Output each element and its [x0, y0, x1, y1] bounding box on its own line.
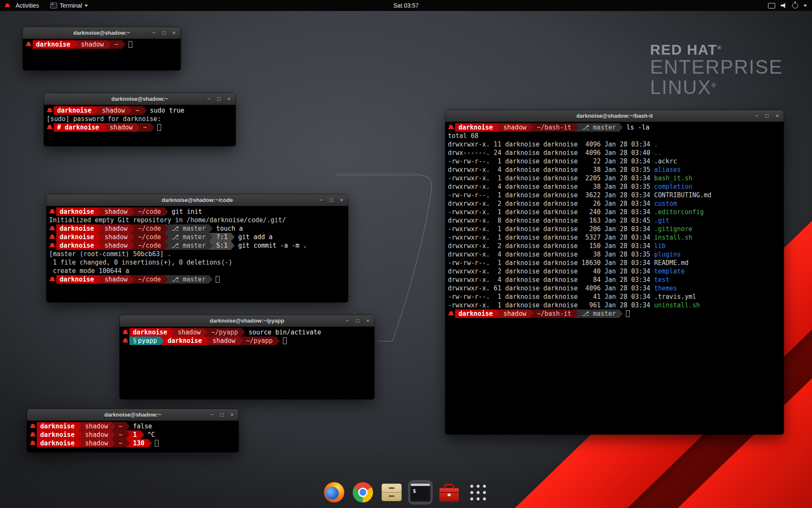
app-menu-terminal[interactable]: Terminal	[50, 2, 88, 9]
maximize-button[interactable]: □	[216, 96, 222, 102]
dock-item-toolbox[interactable]	[437, 480, 461, 505]
close-button[interactable]: ×	[774, 113, 780, 119]
powerline-separator-icon	[151, 123, 154, 132]
terminal-line: # darknoiseshadow~	[47, 123, 233, 132]
prompt-segment-path: ~/code	[134, 275, 164, 284]
powerline-separator-icon	[239, 337, 243, 345]
powerline-separator-icon	[165, 207, 168, 216]
terminal-window-exit-codes[interactable]: darknoise@shadow:~−□×darknoiseshadow~fal…	[27, 409, 239, 452]
minimize-button[interactable]: −	[209, 412, 214, 417]
powerline-separator-icon	[131, 241, 134, 250]
dir-name: ..	[654, 149, 662, 157]
output-text: drwxrwxr-x. 61 darknoise darknoise 4096 …	[448, 284, 654, 292]
terminal-content[interactable]: darknoiseshadow~sudo true[sudo] password…	[44, 105, 236, 146]
terminal-content[interactable]: darknoiseshadow~/pyappsource bin/activat…	[120, 327, 374, 399]
dock-item-firefox[interactable]	[322, 480, 346, 505]
output-text: drwxrwxr-x. 4 darknoise darknoise 38 Jan…	[448, 183, 654, 190]
terminal-line: darknoiseshadow~/pyappsource bin/activat…	[122, 328, 372, 337]
prompt-segment-user: darknoise	[56, 207, 97, 216]
maximize-button[interactable]: □	[219, 412, 225, 417]
dir-name: themes	[654, 284, 677, 292]
powerline-separator-icon	[97, 275, 101, 284]
titlebar[interactable]: darknoise@shadow:~−□×	[27, 409, 239, 421]
maximize-button[interactable]: □	[161, 30, 167, 36]
output-text: drwxrwxr-x. 8 darknoise darknoise 163 Ja…	[448, 217, 654, 224]
powerline-separator-icon	[209, 233, 213, 241]
terminal-line: drwxrwxr-x. 2 darknoise darknoise 40 Jan…	[448, 267, 781, 276]
powerline-separator-icon	[496, 309, 500, 318]
chevron-down-icon	[804, 5, 807, 7]
system-status-area[interactable]	[768, 0, 807, 11]
close-button[interactable]: ×	[365, 318, 370, 323]
maximize-button[interactable]: □	[355, 318, 360, 323]
terminal-line: darknoiseshadow~130	[30, 439, 236, 447]
powerline-separator-icon	[140, 431, 144, 439]
titlebar[interactable]: darknoise@shadow:~/bash-it−□×	[445, 110, 784, 122]
close-button[interactable]: ×	[339, 197, 344, 203]
output-text: drwxrwxr-x. 2 darknoise darknoise 40 Jan…	[448, 268, 654, 275]
titlebar[interactable]: darknoise@shadow:~−□×	[44, 93, 236, 105]
powerline-separator-icon	[496, 123, 500, 132]
prompt-segment-host: shadow	[82, 439, 111, 447]
terminal-line: -rwxrwxr-x. 1 darknoise darknoise 2205 J…	[448, 174, 781, 182]
dock-item-terminal[interactable]: $	[408, 480, 433, 505]
output-text: [master (root-commit) 50bcb63] .	[49, 250, 171, 258]
maximize-button[interactable]: □	[764, 113, 770, 119]
redhat-icon	[30, 439, 37, 447]
powerline-separator-icon	[97, 207, 101, 216]
terminal-window-home-1[interactable]: darknoise@shadow:~−□×darknoiseshadow~	[23, 27, 181, 70]
terminal-content[interactable]: darknoiseshadow~	[23, 39, 181, 70]
output-text: -rw-rw-r--. 1 darknoise darknoise 18630 …	[448, 259, 654, 267]
terminal-line: drwxrwxr-x. 4 darknoise darknoise 38 Jan…	[448, 166, 781, 174]
window-controls: −□×	[151, 27, 177, 39]
terminal-window-sudo[interactable]: darknoise@shadow:~−□×darknoiseshadow~sud…	[44, 93, 236, 146]
minimize-button[interactable]: −	[754, 113, 760, 119]
prompt-segment-git: ⎇ master	[168, 241, 209, 250]
powerline-separator-icon	[131, 207, 134, 216]
close-button[interactable]: ×	[229, 412, 235, 417]
terminal-line: darknoiseshadow~1^C	[30, 431, 236, 439]
close-button[interactable]: ×	[226, 96, 232, 102]
titlebar[interactable]: darknoise@shadow:~−□×	[23, 27, 181, 39]
prompt-segment-user: darknoise	[129, 328, 170, 337]
terminal-content[interactable]: darknoiseshadow~falsedarknoiseshadow~1^C…	[27, 421, 239, 452]
powerline-separator-icon	[529, 123, 533, 132]
redhat-icon	[49, 233, 56, 241]
dir-name: test	[654, 276, 669, 284]
command-text: git init	[172, 208, 202, 215]
app-menu-label: Terminal	[60, 2, 82, 9]
dock-item-show-applications[interactable]	[466, 480, 490, 505]
prompt-segment-path: ~	[115, 422, 126, 431]
redhat-icon	[49, 224, 56, 233]
minimize-button[interactable]: −	[206, 96, 211, 102]
terminal-content[interactable]: darknoiseshadow~/bash-it⎇ masterls -lato…	[445, 122, 784, 434]
minimize-button[interactable]: −	[318, 197, 324, 203]
dock-item-files[interactable]	[379, 480, 404, 505]
clock[interactable]: Sat 03:57	[393, 2, 419, 9]
prompt-segment-gitstat: ?:1	[213, 233, 231, 241]
dock-item-chrome[interactable]	[351, 480, 375, 505]
powerline-separator-icon	[111, 422, 115, 431]
powerline-separator-icon	[209, 241, 213, 250]
terminal-window-bash-it[interactable]: darknoise@shadow:~/bash-it−□×darknoisesh…	[445, 110, 784, 434]
minimize-button[interactable]: −	[345, 318, 350, 323]
terminal-window-code[interactable]: darknoise@shadow:~/code−□×darknoiseshado…	[47, 194, 348, 302]
terminal-window-pyapp[interactable]: darknoise@shadow:~/pyapp−□×darknoiseshad…	[120, 315, 374, 399]
minimize-button[interactable]: −	[151, 30, 156, 36]
prompt-segment-exit: 1	[130, 431, 140, 439]
terminal-line: drwxrwxr-x. 2 darknoise darknoise 26 Jan…	[448, 199, 781, 208]
titlebar[interactable]: darknoise@shadow:~/code−□×	[47, 194, 348, 206]
prompt-segment-path: ~	[132, 106, 143, 115]
maximize-button[interactable]: □	[329, 197, 334, 203]
close-button[interactable]: ×	[171, 30, 177, 36]
titlebar[interactable]: darknoise@shadow:~/pyapp−□×	[120, 315, 374, 327]
window-controls: −□×	[209, 409, 235, 420]
output-text: 1 file changed, 0 insertions(+), 0 delet…	[49, 259, 232, 266]
prompt-segment-host: shadow	[101, 224, 131, 233]
prompt-segment-user: darknoise	[56, 275, 97, 284]
activities-button[interactable]: Activities	[14, 2, 41, 9]
terminal-line: -rw-rw-r--. 1 darknoise darknoise 22 Jan…	[448, 157, 781, 166]
output-text: [sudo] password for darknoise:	[47, 115, 161, 123]
prompt-segment-user: darknoise	[455, 123, 496, 132]
terminal-content[interactable]: darknoiseshadow~/codegit initInitialized…	[47, 206, 348, 302]
